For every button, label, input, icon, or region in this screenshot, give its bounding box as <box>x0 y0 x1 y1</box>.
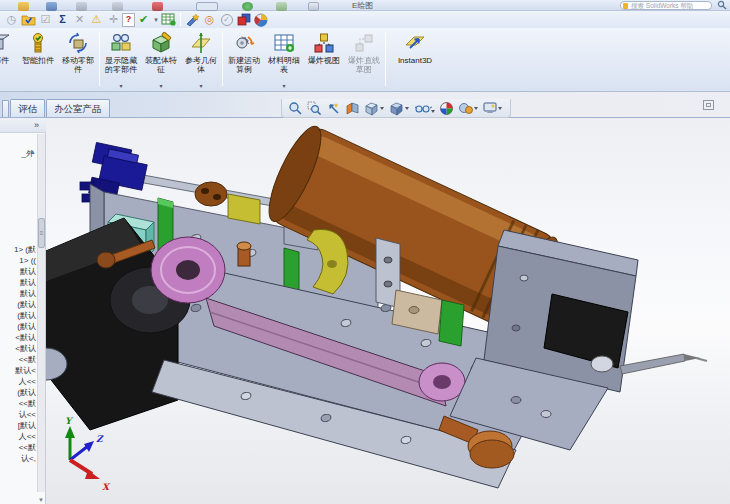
open-icon[interactable] <box>18 2 29 11</box>
triad-z-label: Z <box>96 434 104 444</box>
tree-item[interactable]: 默认< <box>0 365 36 376</box>
cmd-explode-line-sketch[interactable]: 爆炸直线草图 <box>344 28 384 90</box>
cmd-bill-of-materials[interactable]: 材料明细表 ▾ <box>264 28 304 90</box>
cmd-assembly-features[interactable]: 装配体特征 ▾ <box>141 28 181 90</box>
view-settings-icon[interactable] <box>481 100 506 117</box>
view-orientation-icon[interactable] <box>362 100 387 117</box>
cmd-insert-component[interactable]: 零部件 <box>0 28 18 90</box>
tab-fragment[interactable] <box>2 100 9 117</box>
assembly-model[interactable]: Y Z X <box>46 118 730 504</box>
tree-item[interactable]: 人<< <box>0 376 36 387</box>
design-binder-icon[interactable] <box>20 12 37 27</box>
photoview-icon[interactable] <box>184 12 201 27</box>
tree-item[interactable]: 人<< <box>0 431 36 442</box>
undo-icon[interactable] <box>112 2 123 11</box>
select-checkbox-icon[interactable]: ☑ <box>37 12 54 27</box>
scrollbar-thumb[interactable]: ≡ <box>38 218 45 248</box>
tree-item[interactable]: <<默 <box>0 398 36 409</box>
apply-scene-icon[interactable] <box>456 100 481 117</box>
help-doc-icon[interactable]: ? <box>122 13 135 27</box>
dropdown-icon[interactable]: ▾ <box>152 12 160 27</box>
save-icon[interactable] <box>46 2 57 11</box>
flow-sphere-icon[interactable] <box>252 12 269 27</box>
cmd-reference-geometry[interactable]: 参考几何体 ▾ <box>181 28 221 90</box>
zoom-fit-icon[interactable] <box>286 100 305 117</box>
tree-scrollbar[interactable]: ≡ <box>37 134 45 492</box>
tree-item[interactable]: (默认 <box>0 387 36 398</box>
flyout-arrow: ▾ <box>199 82 202 89</box>
warning-icon[interactable]: ⚠ <box>88 12 105 27</box>
document-title-fragment: E绘图 <box>352 0 373 11</box>
cmd-show-hidden-components[interactable]: 显示隐藏的零部件 ▾ <box>101 28 141 90</box>
part-pulley-lower[interactable] <box>419 363 465 401</box>
simulation-boxes-icon[interactable] <box>235 12 252 27</box>
search-icon[interactable] <box>717 0 727 10</box>
check-circle-icon[interactable]: ✓ <box>218 12 235 27</box>
tree-item[interactable]: <<默 <box>0 354 36 365</box>
main-content: » _外 ▲ ≡ 1> (默 1> (( 默认 默认 默认 (默认 (默认 (默… <box>0 118 730 504</box>
part-coupling[interactable] <box>195 182 227 206</box>
history-icon[interactable]: ◷ <box>3 12 20 27</box>
tree-item[interactable]: (默认 <box>0 310 36 321</box>
tree-item[interactable]: 认<< <box>0 409 36 420</box>
color-dot-icon[interactable] <box>242 2 253 11</box>
cmd-smart-fasteners[interactable]: 智能扣件 <box>18 28 58 90</box>
scroll-up-icon[interactable]: ▲ <box>29 148 36 155</box>
tree-item[interactable]: 1> (默 <box>0 244 36 255</box>
edit-appearance-icon[interactable] <box>437 100 456 117</box>
panel-expander[interactable]: » <box>0 118 46 133</box>
tree-item[interactable]: <<默 <box>0 442 36 453</box>
tree-item[interactable]: 默认 <box>0 288 36 299</box>
hide-show-items-icon[interactable] <box>412 100 437 117</box>
viewport-restore-icon[interactable] <box>703 100 714 110</box>
tree-item[interactable]: 默认 <box>0 277 36 288</box>
cmd-instant3d[interactable]: Instant3D <box>387 28 443 90</box>
cmd-move-component[interactable]: 移动零部件 <box>58 28 98 90</box>
graphics-viewport[interactable]: Y Z X <box>46 118 730 504</box>
solidworks-window: E绘图 搜索 SolidWorks 帮助 ◷ ☑ Σ ✕ ⚠ ✛ ? ✔ ▾ ◎… <box>0 0 730 504</box>
previous-view-icon[interactable] <box>324 100 343 117</box>
bom-table-icon[interactable] <box>160 12 177 27</box>
part-shaft[interactable] <box>620 354 707 374</box>
tree-item[interactable]: 默认 <box>0 266 36 277</box>
scroll-down-icon[interactable]: ▼ <box>38 497 44 503</box>
search-input[interactable]: 搜索 SolidWorks 帮助 <box>620 1 712 10</box>
commandmanager-tabs: 评估 办公室产品 <box>2 99 111 117</box>
rebuild-icon[interactable] <box>152 2 163 11</box>
align-icon[interactable]: ✛ <box>105 12 122 27</box>
cmd-new-motion-study[interactable]: 新建运动算例 <box>224 28 264 90</box>
select-tool-icon[interactable] <box>196 2 218 11</box>
tab-evaluate[interactable]: 评估 <box>10 99 45 117</box>
tree-item[interactable]: (默认 <box>0 299 36 310</box>
part-pulley-magenta[interactable] <box>151 237 225 303</box>
grid-icon[interactable] <box>276 2 287 11</box>
zoom-area-icon[interactable] <box>305 100 324 117</box>
help-flask-icon <box>623 3 628 9</box>
tree-item[interactable]: [默认 <box>0 420 36 431</box>
ribbon-separator <box>99 32 100 86</box>
feature-tree-items: 1> (默 1> (( 默认 默认 默认 (默认 (默认 (默认 <默认 <默认… <box>0 244 36 464</box>
tree-item[interactable]: <默认 <box>0 332 36 343</box>
interference-icon[interactable]: ✕ <box>71 12 88 27</box>
tree-item[interactable]: (默认 <box>0 321 36 332</box>
print-icon[interactable] <box>76 2 87 11</box>
equations-icon[interactable]: Σ <box>54 12 71 27</box>
standard-toolbar: ◷ ☑ Σ ✕ ⚠ ✛ ? ✔ ▾ ◎ ✓ <box>0 11 730 28</box>
sheet-icon[interactable] <box>308 2 319 11</box>
tab-office-products[interactable]: 办公室产品 <box>46 99 110 117</box>
flyout-arrow: ▾ <box>119 82 122 89</box>
tree-item[interactable]: 认<, <box>0 453 36 464</box>
display-style-icon[interactable] <box>387 100 412 117</box>
verify-icon[interactable]: ✔ <box>135 12 152 27</box>
section-view-icon[interactable] <box>343 100 362 117</box>
cmd-exploded-view[interactable]: 爆炸视图 <box>304 28 344 90</box>
toolbar-separator <box>180 13 181 26</box>
tree-item[interactable]: <默认 <box>0 343 36 354</box>
tree-item[interactable]: 1> (( <box>0 255 36 266</box>
motion-rings-icon[interactable]: ◎ <box>201 12 218 27</box>
command-manager: 零部件 智能扣件 移动零部件 显示隐藏的零部件 ▾ 装配体特征 ▾ 参考几何体 … <box>0 28 730 92</box>
feature-manager-panel: » _外 ▲ ≡ 1> (默 1> (( 默认 默认 默认 (默认 (默认 (默… <box>0 118 46 504</box>
part-green-block[interactable] <box>439 300 464 346</box>
part-brass-fitting[interactable] <box>237 242 251 266</box>
search-placeholder: 搜索 SolidWorks 帮助 <box>631 2 693 9</box>
